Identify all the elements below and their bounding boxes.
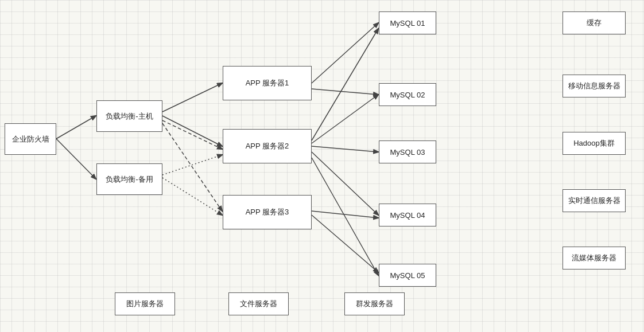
node-cache: 缓存: [562, 11, 626, 34]
node-mysql05: MySQL 05: [379, 264, 436, 287]
node-realtime: 实时通信服务器: [562, 189, 626, 212]
node-streaming: 流媒体服务器: [562, 247, 626, 269]
svg-line-0: [56, 116, 96, 139]
node-group-server: 群发服务器: [344, 292, 405, 315]
svg-line-2: [162, 83, 222, 112]
node-app3: APP 服务器3: [223, 195, 312, 229]
node-firewall: 企业防火墙: [5, 123, 56, 155]
svg-line-14: [312, 158, 378, 275]
svg-line-15: [312, 211, 378, 218]
node-mysql04: MySQL 04: [379, 204, 436, 226]
svg-line-5: [162, 123, 222, 211]
svg-line-8: [312, 23, 378, 83]
node-mysql03: MySQL 03: [379, 140, 436, 163]
node-mobile-msg: 移动信息服务器: [562, 75, 626, 97]
node-lb-master: 负载均衡-主机: [96, 100, 162, 132]
svg-line-3: [162, 116, 222, 146]
node-file-server: 文件服务器: [228, 292, 289, 315]
svg-line-7: [162, 178, 222, 215]
svg-line-13: [312, 152, 378, 215]
node-app1: APP 服务器1: [223, 66, 312, 100]
node-hadoop: Hadoop集群: [562, 132, 626, 155]
svg-line-1: [56, 139, 96, 179]
node-img-server: 图片服务器: [115, 292, 175, 315]
svg-line-6: [162, 155, 222, 175]
node-app2: APP 服务器2: [223, 129, 312, 163]
svg-line-11: [312, 95, 378, 143]
diagram-canvas: 企业防火墙 负载均衡-主机 负载均衡-备用 APP 服务器1 APP 服务器2 …: [0, 0, 644, 332]
node-lb-backup: 负载均衡-备用: [96, 163, 162, 195]
node-mysql01: MySQL 01: [379, 11, 436, 34]
svg-line-4: [162, 120, 222, 149]
svg-line-9: [312, 89, 378, 95]
svg-line-16: [312, 215, 378, 272]
node-mysql02: MySQL 02: [379, 83, 436, 106]
svg-line-12: [312, 146, 378, 152]
svg-line-10: [312, 29, 378, 140]
